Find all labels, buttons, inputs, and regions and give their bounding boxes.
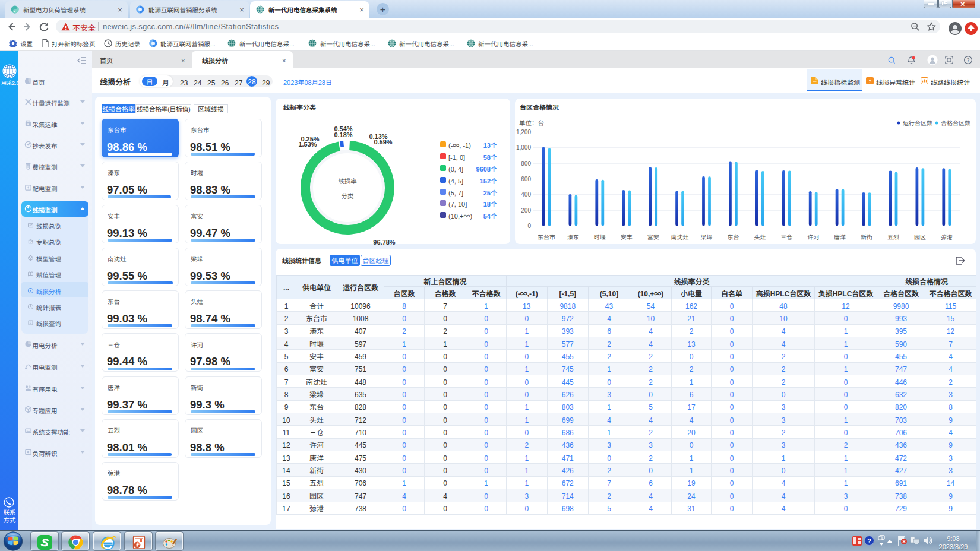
svg-text:头灶: 头灶 [754, 232, 766, 241]
svg-text:梁垛: 梁垛 [701, 232, 713, 241]
svg-text:溱东: 溱东 [567, 232, 579, 241]
svg-text:1,200: 1,200 [516, 129, 531, 135]
svg-text:800: 800 [521, 160, 531, 167]
svg-text:400: 400 [521, 191, 531, 198]
svg-text:合格台区数: 合格台区数 [941, 118, 970, 127]
svg-text:时堰: 时堰 [594, 232, 606, 241]
svg-text:运行台区数: 运行台区数 [903, 118, 932, 127]
svg-text:?: ? [967, 57, 970, 63]
svg-text:东台: 东台 [727, 232, 739, 241]
svg-text:五烈: 五烈 [887, 232, 899, 241]
svg-text:东台市: 东台市 [538, 232, 555, 241]
svg-text:安丰: 安丰 [621, 232, 633, 241]
svg-text:三仓: 三仓 [780, 232, 792, 241]
svg-text:许河: 许河 [807, 232, 819, 241]
svg-text:200: 200 [521, 207, 531, 214]
svg-text:南沈灶: 南沈灶 [671, 232, 689, 241]
svg-text:弶港: 弶港 [941, 232, 953, 241]
svg-text:园区: 园区 [914, 232, 926, 241]
svg-text:?: ? [867, 537, 871, 544]
svg-text:富安: 富安 [647, 232, 659, 241]
svg-text:单位：台: 单位：台 [519, 118, 544, 127]
svg-text:600: 600 [521, 176, 531, 182]
svg-text:新街: 新街 [861, 232, 872, 241]
svg-text:1,000: 1,000 [516, 144, 531, 151]
svg-text:唐洋: 唐洋 [834, 232, 846, 241]
svg-text:0: 0 [527, 223, 531, 229]
